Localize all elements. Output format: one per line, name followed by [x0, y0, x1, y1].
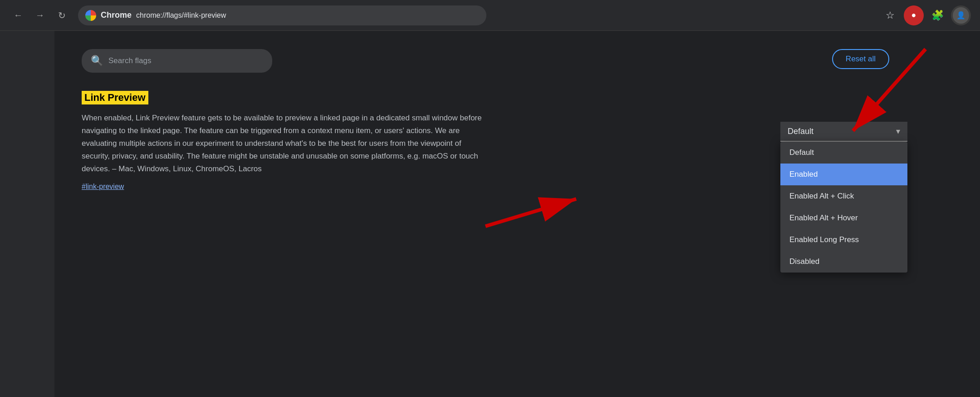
puzzle-icon: 🧩 — [931, 10, 944, 21]
bookmark-button[interactable]: ☆ — [880, 5, 900, 25]
profile-button[interactable]: 👤 — [951, 5, 971, 25]
svg-line-3 — [485, 199, 576, 226]
nav-buttons: ← → ↻ — [9, 6, 71, 25]
search-input[interactable] — [108, 56, 254, 65]
main-area: 🔍 Reset all Link Preview When enabled, L… — [0, 31, 980, 397]
chrome-logo-icon — [85, 10, 96, 21]
reload-icon: ↻ — [58, 10, 66, 21]
forward-icon: → — [35, 10, 44, 20]
search-area: 🔍 — [82, 49, 354, 73]
dropdown-option-enabled[interactable]: Enabled — [780, 164, 907, 185]
feature-title: Link Preview — [82, 91, 148, 104]
title-bar: ← → ↻ Chrome chrome://flags/#link-previe… — [0, 0, 980, 31]
back-button[interactable]: ← — [9, 6, 27, 25]
url-display: chrome://flags/#link-preview — [136, 11, 226, 20]
dropdown-option-enabled-long-press[interactable]: Enabled Long Press — [780, 229, 907, 251]
dropdown-menu: Default Enabled Enabled Alt + Click Enab… — [780, 142, 907, 273]
feature-anchor-link[interactable]: #link-preview — [82, 183, 124, 190]
feature-card: Link Preview When enabled, Link Preview … — [82, 91, 490, 191]
search-input-wrap: 🔍 — [82, 49, 272, 73]
toolbar-right: ☆ ● 🧩 👤 — [880, 5, 971, 25]
back-icon: ← — [14, 10, 23, 20]
brand-name: Chrome — [101, 10, 132, 20]
feature-description: When enabled, Link Preview feature gets … — [82, 112, 490, 175]
avatar: 👤 — [953, 7, 969, 24]
bookmark-icon: ☆ — [886, 10, 895, 21]
dropdown-option-disabled[interactable]: Disabled — [780, 251, 907, 273]
mic-icon: ● — [911, 10, 916, 20]
dropdown-option-enabled-alt-click[interactable]: Enabled Alt + Click — [780, 185, 907, 207]
dropdown-area: Default ▾ Default Enabled Enabled Alt + … — [780, 122, 907, 273]
search-icon: 🔍 — [91, 55, 103, 67]
reset-all-button[interactable]: Reset all — [832, 49, 889, 69]
dropdown-current-value: Default — [788, 127, 813, 136]
reload-button[interactable]: ↻ — [53, 6, 71, 25]
extensions-button[interactable]: 🧩 — [927, 5, 947, 25]
dropdown-option-enabled-alt-hover[interactable]: Enabled Alt + Hover — [780, 207, 907, 229]
content-area: 🔍 Reset all Link Preview When enabled, L… — [54, 31, 980, 397]
dropdown-option-default[interactable]: Default — [780, 142, 907, 164]
dropdown-trigger[interactable]: Default ▾ — [780, 122, 907, 142]
sidebar — [0, 31, 54, 397]
forward-button[interactable]: → — [31, 6, 49, 25]
record-button[interactable]: ● — [904, 5, 924, 25]
chevron-down-icon: ▾ — [896, 126, 900, 136]
address-bar[interactable]: Chrome chrome://flags/#link-preview — [78, 5, 486, 25]
